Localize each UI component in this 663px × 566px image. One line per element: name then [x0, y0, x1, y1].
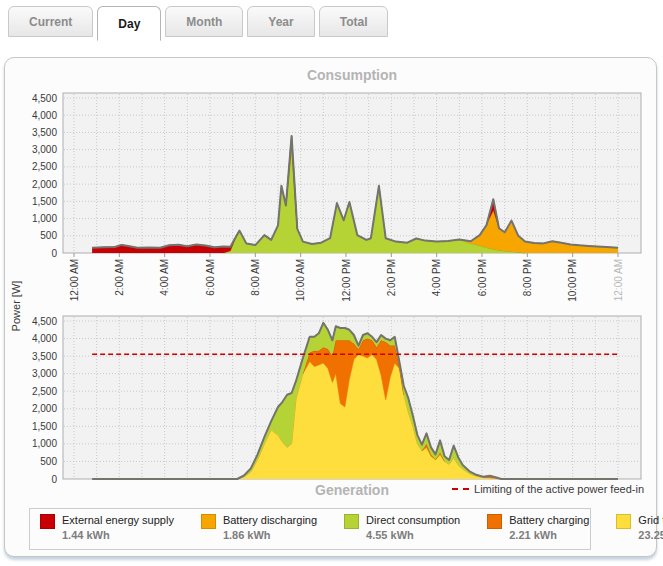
- legend-value: 23.25 kWh: [638, 529, 663, 541]
- svg-text:2:00 AM: 2:00 AM: [114, 259, 125, 296]
- svg-text:1,000: 1,000: [32, 438, 57, 449]
- svg-text:12:00 AM: 12:00 AM: [613, 259, 624, 301]
- consumption-chart-title: Consumption: [63, 67, 641, 83]
- external_energy_supply-swatch-icon: [40, 514, 55, 529]
- legend-value: 4.55 kWh: [366, 529, 460, 541]
- svg-text:500: 500: [40, 230, 57, 241]
- legend-label: Direct consumption: [366, 514, 460, 526]
- legend-label: External energy supply: [62, 514, 174, 526]
- power-charts: 05001,0001,5002,0002,5003,0003,5004,0004…: [5, 88, 658, 488]
- svg-text:3,500: 3,500: [32, 127, 57, 138]
- svg-text:1,000: 1,000: [32, 213, 57, 224]
- legend-item-external_energy_supply: External energy supply1.44 kWh: [40, 514, 174, 541]
- svg-text:2,500: 2,500: [32, 161, 57, 172]
- svg-text:4,000: 4,000: [32, 110, 57, 121]
- battery_discharging-swatch-icon: [201, 514, 216, 529]
- svg-text:8:00 PM: 8:00 PM: [522, 259, 533, 296]
- tab-month[interactable]: Month: [165, 6, 243, 37]
- legend-item-battery_charging: Battery charging2.21 kWh: [487, 514, 589, 541]
- limit-line-dash-icon: [452, 488, 469, 490]
- battery_charging-swatch-icon: [487, 514, 502, 529]
- svg-text:8:00 AM: 8:00 AM: [250, 259, 261, 296]
- svg-text:4,500: 4,500: [32, 93, 57, 104]
- svg-text:2,000: 2,000: [32, 179, 57, 190]
- grid_feedin-swatch-icon: [616, 514, 631, 529]
- legend-label: Battery charging: [509, 514, 589, 526]
- svg-text:2:00 PM: 2:00 PM: [386, 259, 397, 296]
- svg-text:4,000: 4,000: [32, 333, 57, 344]
- svg-text:0: 0: [51, 248, 57, 259]
- day-chart-panel: Consumption Power [W] 05001,0001,5002,00…: [4, 57, 657, 557]
- svg-text:3,500: 3,500: [32, 351, 57, 362]
- limit-line-legend: Limiting of the active power feed-in: [452, 483, 644, 495]
- tab-year[interactable]: Year: [247, 6, 314, 37]
- svg-text:4:00 PM: 4:00 PM: [431, 259, 442, 296]
- tab-total[interactable]: Total: [319, 6, 389, 37]
- direct_consumption-swatch-icon: [344, 514, 359, 529]
- svg-text:1,500: 1,500: [32, 421, 57, 432]
- tab-label: Total: [340, 15, 368, 29]
- tab-label: Current: [29, 15, 72, 29]
- legend-item-direct_consumption: Direct consumption4.55 kWh: [344, 514, 460, 541]
- svg-text:3,000: 3,000: [32, 368, 57, 379]
- tab-current[interactable]: Current: [8, 6, 93, 37]
- tab-bar: CurrentDayMonthYearTotal: [8, 6, 388, 41]
- svg-text:6:00 AM: 6:00 AM: [205, 259, 216, 296]
- legend-label: Grid feed-in: [638, 514, 663, 526]
- tab-day[interactable]: Day: [97, 6, 161, 41]
- tab-label: Month: [186, 15, 222, 29]
- svg-text:10:00 PM: 10:00 PM: [567, 259, 578, 302]
- legend-item-battery_discharging: Battery discharging1.86 kWh: [201, 514, 317, 541]
- svg-text:6:00 PM: 6:00 PM: [477, 259, 488, 296]
- svg-text:1,500: 1,500: [32, 196, 57, 207]
- legend-value: 2.21 kWh: [509, 529, 589, 541]
- legend-value: 1.44 kWh: [62, 529, 174, 541]
- svg-text:2,500: 2,500: [32, 386, 57, 397]
- energy-legend: External energy supply1.44 kWhBattery di…: [29, 508, 591, 550]
- svg-text:10:00 AM: 10:00 AM: [295, 259, 306, 301]
- svg-text:0: 0: [51, 474, 57, 485]
- svg-text:3,000: 3,000: [32, 144, 57, 155]
- svg-text:4,500: 4,500: [32, 316, 57, 327]
- tab-label: Day: [118, 17, 140, 31]
- svg-text:2,000: 2,000: [32, 403, 57, 414]
- legend-item-grid_feedin: Grid feed-in23.25 kWh: [616, 514, 663, 541]
- svg-text:12:00 PM: 12:00 PM: [341, 259, 352, 302]
- limit-line-label: Limiting of the active power feed-in: [474, 483, 644, 495]
- svg-text:4:00 AM: 4:00 AM: [159, 259, 170, 296]
- legend-label: Battery discharging: [223, 514, 317, 526]
- svg-text:500: 500: [40, 456, 57, 467]
- svg-text:12:00 AM: 12:00 AM: [69, 259, 80, 301]
- tab-label: Year: [268, 15, 293, 29]
- legend-value: 1.86 kWh: [223, 529, 317, 541]
